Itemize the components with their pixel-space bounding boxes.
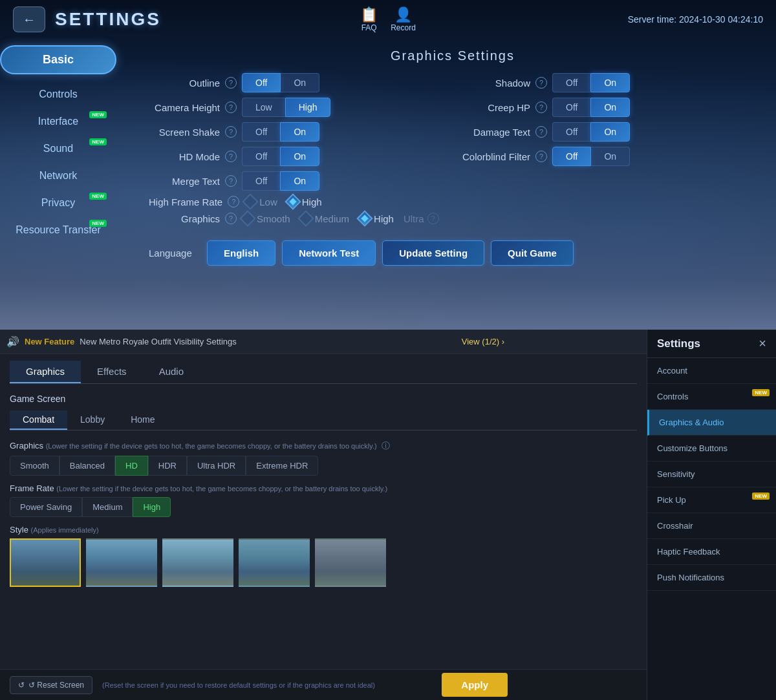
style-thumbnails [10, 538, 637, 587]
graphics-help[interactable]: ? [225, 213, 237, 224]
graphics-hd-btn[interactable]: HD [115, 456, 148, 476]
style-thumb-1[interactable] [10, 538, 81, 587]
style-thumb-2[interactable] [86, 538, 157, 587]
camera-low-btn[interactable]: Low [242, 98, 285, 117]
back-button[interactable]: ← [13, 6, 45, 32]
quit-game-button[interactable]: Quit Game [491, 240, 574, 266]
new-badge-sound: NEW [89, 138, 107, 145]
screen-shake-off-btn[interactable]: Off [242, 122, 280, 142]
shadow-help[interactable]: ? [535, 77, 547, 89]
apply-button[interactable]: Apply [442, 673, 508, 697]
right-menu-customize[interactable]: Customize Buttons [647, 436, 776, 461]
sub-tab-combat[interactable]: Combat [10, 410, 67, 430]
style-thumb-5[interactable] [315, 538, 386, 587]
network-test-button[interactable]: Network Test [282, 240, 376, 266]
colorblind-help[interactable]: ? [535, 151, 547, 162]
sidebar-item-sound[interactable]: NEW Sound [0, 135, 116, 162]
frame-rate-high-btn[interactable]: High [133, 497, 171, 517]
style-label: Style (Applies immediately) [10, 525, 637, 535]
graphics-smooth-option[interactable]: Smooth [242, 213, 290, 224]
faq-button[interactable]: 📋 FAQ [360, 6, 378, 32]
sidebar-item-privacy[interactable]: NEW Privacy [0, 189, 116, 217]
tab-effects[interactable]: Effects [81, 361, 143, 383]
shadow-on-btn[interactable]: On [590, 73, 630, 92]
creep-hp-toggle: Off On [552, 98, 630, 117]
screen-shake-help[interactable]: ? [225, 126, 237, 138]
damage-text-toggle: Off On [552, 122, 630, 142]
outline-on-btn[interactable]: On [281, 73, 319, 92]
frame-rate-low-option[interactable]: Low [244, 196, 277, 207]
right-menu-account[interactable]: Account [647, 358, 776, 384]
style-thumb-4[interactable] [239, 538, 310, 587]
outline-off-btn[interactable]: Off [242, 73, 281, 92]
style-thumb-3[interactable] [162, 538, 233, 587]
sidebar-item-network[interactable]: Network [0, 162, 116, 189]
right-menu-pickup[interactable]: NEW Pick Up [647, 487, 776, 513]
high-frame-rate-help[interactable]: ? [228, 196, 239, 207]
camera-height-help[interactable]: ? [225, 101, 237, 113]
damage-text-on-btn[interactable]: On [590, 122, 630, 142]
colorblind-on-btn[interactable]: On [591, 147, 630, 166]
merge-text-help[interactable]: ? [225, 175, 237, 187]
update-setting-button[interactable]: Update Setting [382, 240, 484, 266]
sidebar-item-resource-transfer[interactable]: NEW Resource Transfer [0, 217, 116, 244]
tab-audio[interactable]: Audio [143, 361, 200, 383]
graphics-ultra-option[interactable]: Ultra ? [404, 213, 439, 224]
sidebar-item-interface[interactable]: NEW Interface [0, 108, 116, 135]
hd-mode-label: HD Mode [149, 151, 220, 162]
colorblind-off-btn[interactable]: Off [552, 147, 591, 166]
record-button[interactable]: 👤 Record [391, 6, 416, 32]
notification-bar: 🔊 New Feature New Metro Royale Outfit Vi… [0, 330, 647, 354]
shadow-off-btn[interactable]: Off [552, 73, 590, 92]
graphics-smooth-label: Smooth [257, 213, 290, 224]
notif-view-button[interactable]: View (1/2) › [462, 337, 504, 346]
creep-hp-off-btn[interactable]: Off [552, 98, 590, 117]
merge-text-off-btn[interactable]: Off [242, 171, 280, 191]
hd-mode-toggle: Off On [242, 147, 319, 166]
graphics-balanced-btn[interactable]: Balanced [59, 456, 115, 476]
hd-mode-off-btn[interactable]: Off [242, 147, 280, 166]
graphics-medium-option[interactable]: Medium [300, 213, 349, 224]
graphics-hdr-btn[interactable]: HDR [148, 456, 187, 476]
graphics-medium-label: Medium [315, 213, 349, 224]
graphics-extreme-hdr-btn[interactable]: Extreme HDR [246, 456, 318, 476]
sub-tab-home[interactable]: Home [118, 410, 167, 430]
damage-text-off-btn[interactable]: Off [552, 122, 590, 142]
graphics-high-diamond-inner [361, 215, 368, 222]
screen-shake-on-btn[interactable]: On [280, 122, 319, 142]
settings-close-button[interactable]: × [759, 336, 766, 351]
frame-rate-high-option[interactable]: High [287, 196, 322, 207]
right-menu-haptic[interactable]: Haptic Feedback [647, 539, 776, 565]
sub-tab-lobby[interactable]: Lobby [67, 410, 118, 430]
tab-graphics[interactable]: Graphics [10, 361, 81, 383]
frame-rate-power-saving-btn[interactable]: Power Saving [10, 497, 82, 517]
right-menu-sensitivity[interactable]: Sensitivity [647, 461, 776, 487]
faq-label: FAQ [361, 23, 377, 32]
damage-text-help[interactable]: ? [535, 126, 547, 138]
right-settings-panel: Settings × Account NEW Controls Graphics… [647, 330, 776, 700]
hd-mode-help[interactable]: ? [225, 151, 237, 162]
new-badge-controls: NEW [752, 389, 770, 396]
right-menu-push-notif[interactable]: Push Notifications [647, 565, 776, 591]
graphics-ultra-hdr-btn[interactable]: Ultra HDR [187, 456, 246, 476]
creep-hp-on-btn[interactable]: On [590, 98, 630, 117]
english-button[interactable]: English [207, 240, 275, 266]
reset-screen-button[interactable]: ↺ ↺ Reset Screen [10, 676, 92, 694]
right-menu-graphics-audio[interactable]: Graphics & Audio [647, 410, 776, 436]
merge-text-on-btn[interactable]: On [280, 171, 319, 191]
new-badge-pickup: NEW [752, 493, 770, 500]
camera-high-btn[interactable]: High [285, 98, 331, 117]
graphics-radio: Smooth Medium High Ultra ? [242, 213, 439, 224]
right-menu-controls[interactable]: NEW Controls [647, 384, 776, 410]
sidebar-item-controls[interactable]: Controls [0, 81, 116, 108]
graphics-smooth-btn[interactable]: Smooth [10, 456, 59, 476]
creep-hp-help[interactable]: ? [535, 101, 547, 113]
graphics-high-option[interactable]: High [359, 213, 394, 224]
frame-rate-medium-btn[interactable]: Medium [82, 497, 133, 517]
outline-help[interactable]: ? [225, 77, 237, 89]
hd-mode-on-btn[interactable]: On [280, 147, 319, 166]
record-label: Record [391, 23, 416, 32]
right-menu-crosshair[interactable]: Crosshair [647, 513, 776, 539]
basic-button[interactable]: Basic [0, 45, 116, 74]
graphics-ultra-help[interactable]: ? [427, 213, 439, 224]
